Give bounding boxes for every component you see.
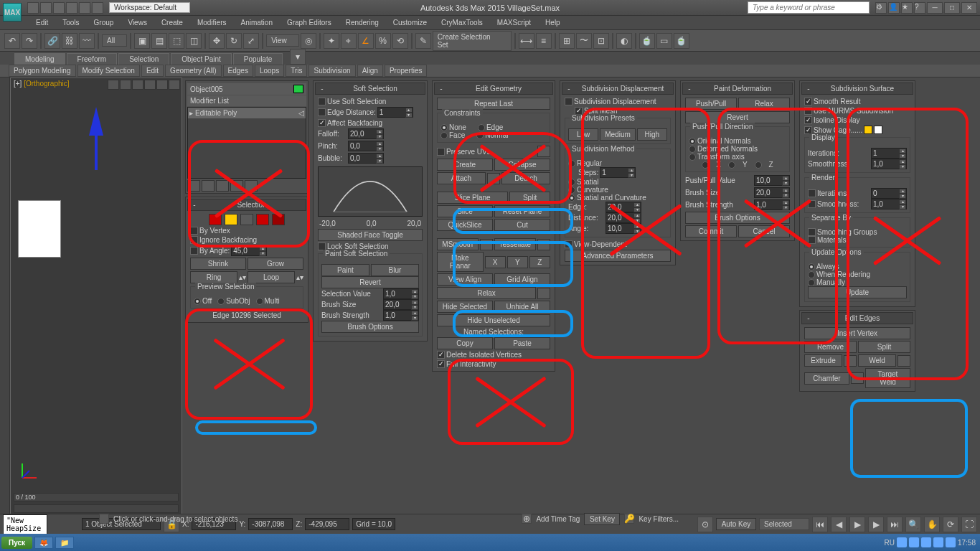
add-timetag[interactable]: Add Time Tag <box>536 515 580 523</box>
edge-dist-chk[interactable] <box>318 108 326 116</box>
viewport[interactable]: [+] [Orthographic] 0 / 100 <box>10 77 182 515</box>
full-int-chk[interactable] <box>437 360 445 368</box>
hide-sel-button[interactable]: Hide Selected <box>437 301 493 313</box>
tray-icon-1[interactable] <box>897 537 907 547</box>
grow-button[interactable]: Grow <box>248 258 303 270</box>
push-pull-button[interactable]: Push/Pull <box>685 98 737 110</box>
attach-list-icon[interactable] <box>487 173 500 184</box>
render-iter-chk[interactable] <box>808 189 816 197</box>
tab-selection[interactable]: Selection <box>118 53 169 65</box>
method-regular-radio[interactable] <box>568 160 575 167</box>
new-icon[interactable] <box>27 2 39 14</box>
key-icon[interactable]: 🔑 <box>624 514 634 524</box>
disp-iter-spinner[interactable]: 1▴▾ <box>871 148 907 159</box>
close-button[interactable]: ✕ <box>961 2 977 14</box>
mirror-btn[interactable]: ⟷ <box>519 33 534 49</box>
cage-color1[interactable] <box>864 126 872 134</box>
shaded-toggle-button[interactable]: Shaded Face Toggle <box>318 229 423 241</box>
vp-sun-icon[interactable] <box>120 80 131 90</box>
by-vertex-chk[interactable] <box>190 227 198 235</box>
tab-objectpaint[interactable]: Object Paint <box>171 53 231 65</box>
sub-tris[interactable]: Tris <box>286 65 307 77</box>
timetag-icon[interactable]: ⊕ <box>522 514 532 524</box>
sub-geometry[interactable]: Geometry (All) <box>165 65 221 77</box>
menu-grapheditors[interactable]: Graph Editors <box>280 17 339 28</box>
attach-button[interactable]: Attach <box>437 172 486 184</box>
curve-editor-btn[interactable]: 〜 <box>576 33 592 49</box>
maximize-button[interactable]: □ <box>944 2 960 14</box>
sub-modifysel[interactable]: Modify Selection <box>77 65 140 77</box>
axis-z-radio[interactable] <box>755 161 762 169</box>
preview-off-radio[interactable] <box>194 298 201 305</box>
favorites-icon[interactable]: ★ <box>901 2 913 14</box>
view-align-button[interactable]: View Align <box>437 273 493 286</box>
relax-button[interactable]: Relax <box>437 287 536 299</box>
paint-size-spinner[interactable]: 20,0▴▾ <box>754 187 790 198</box>
make-planar-button[interactable]: Make Planar <box>437 252 484 272</box>
viewport-scrollbar[interactable] <box>14 504 179 513</box>
vp-shade-icon[interactable] <box>144 80 156 90</box>
object-color-swatch[interactable] <box>293 85 303 93</box>
bubble-spinner[interactable]: 0,0▴▾ <box>348 153 384 164</box>
sep-mat-chk[interactable] <box>808 236 816 244</box>
remove-mod-icon[interactable] <box>230 180 243 192</box>
menu-group[interactable]: Group <box>87 17 121 28</box>
angle-spinner[interactable]: 45,0▴▾ <box>231 245 267 256</box>
autokey-button[interactable]: Auto Key <box>716 518 756 530</box>
grid-align-button[interactable]: Grid Align <box>494 273 550 286</box>
brush-str-spinner[interactable]: 1,0▴▾ <box>383 310 419 321</box>
sub-subdivision[interactable]: Subdivision <box>308 65 355 77</box>
layer-btn[interactable]: ⊞ <box>559 33 575 49</box>
commit-button[interactable]: Commit <box>685 225 737 237</box>
menu-views[interactable]: Views <box>121 17 154 28</box>
by-angle-chk[interactable] <box>190 247 198 255</box>
copy-sel-button[interactable]: Copy <box>437 337 493 349</box>
tess-opt-icon[interactable] <box>537 239 550 250</box>
paste-sel-button[interactable]: Paste <box>494 337 550 349</box>
dir-transform-radio[interactable] <box>689 154 696 161</box>
snap-btn[interactable]: ⌖ <box>341 33 357 49</box>
manipulate-btn[interactable]: ✦ <box>324 33 339 49</box>
coord-system[interactable]: View <box>266 34 299 47</box>
move-btn[interactable]: ✥ <box>209 33 225 49</box>
paint-str-spinner[interactable]: 1,0▴▾ <box>754 199 790 210</box>
constraint-face-radio[interactable] <box>440 132 448 139</box>
spinner-snap-btn[interactable]: ⟲ <box>392 33 408 49</box>
blur-button[interactable]: Blur <box>371 264 419 276</box>
select-name-btn[interactable]: ▤ <box>151 33 167 49</box>
clock[interactable]: 17:58 <box>958 539 976 547</box>
show-cage-chk[interactable] <box>804 126 812 134</box>
schematic-btn[interactable]: ⊡ <box>593 33 609 49</box>
edge-spinner[interactable]: 20,0▴▾ <box>606 202 641 212</box>
modifier-stack[interactable]: ▸Editable Poly◁ <box>187 107 306 179</box>
relax-opt-icon[interactable] <box>537 288 550 299</box>
search-input[interactable] <box>748 1 870 14</box>
update-button[interactable]: Update <box>808 286 907 298</box>
border-subobj-icon[interactable] <box>240 214 253 225</box>
paint-button[interactable]: Paint <box>321 264 369 276</box>
time-slider[interactable]: 0 / 100 <box>14 493 179 501</box>
element-subobj-icon[interactable] <box>272 214 285 225</box>
detach-button[interactable]: Detach <box>501 172 550 184</box>
dir-orig-radio[interactable] <box>689 138 696 145</box>
preserve-uvs-chk[interactable] <box>437 148 445 156</box>
unlink-btn[interactable]: ⛓ <box>62 33 77 49</box>
render-iter-spinner[interactable]: 0▴▾ <box>871 188 907 199</box>
preset-med-button[interactable]: Medium <box>600 128 636 141</box>
align-btn[interactable]: ≡ <box>536 33 552 49</box>
poly-subobj-icon[interactable] <box>256 214 269 225</box>
named-selection-dd[interactable]: Create Selection Set <box>433 31 512 51</box>
menu-maxscript[interactable]: MAXScript <box>490 17 538 28</box>
cancel-button[interactable]: Cancel <box>738 225 790 237</box>
redo-icon[interactable] <box>79 2 90 14</box>
sub-loops[interactable]: Loops <box>255 65 284 77</box>
vp-cam-icon[interactable] <box>132 80 143 90</box>
project-icon[interactable] <box>92 2 103 14</box>
method-spatcurv-radio[interactable] <box>568 194 575 202</box>
show-end-icon[interactable] <box>202 180 215 192</box>
planar-x-button[interactable]: X <box>485 256 506 268</box>
tray-icon-3[interactable] <box>921 537 931 547</box>
extrude-opt-icon[interactable] <box>844 355 857 367</box>
menu-customize[interactable]: Customize <box>386 17 434 28</box>
edge-split-button[interactable]: Split <box>858 341 910 353</box>
